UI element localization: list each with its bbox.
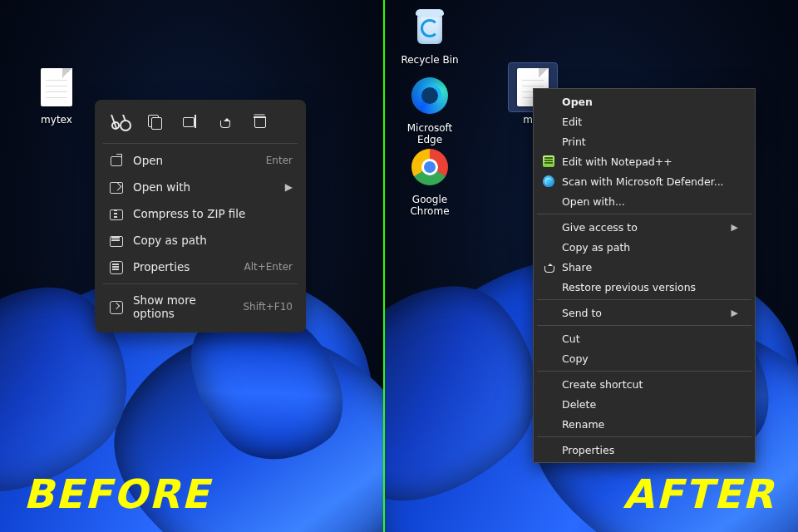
recycle-bin-label: Recycle Bin <box>397 55 463 66</box>
chrome-glyph <box>411 149 448 185</box>
recycle-bin-glyph <box>410 7 450 47</box>
menu-print[interactable]: Print <box>535 131 753 151</box>
menu-scan-defender[interactable]: Scan with Microsoft Defender... <box>535 171 753 191</box>
menu-item-label: Rename <box>562 418 738 431</box>
menu-item-label: Delete <box>562 398 738 411</box>
text-file-icon <box>41 68 72 106</box>
share-button[interactable] <box>213 110 236 133</box>
menu-separator <box>537 371 751 372</box>
chevron-right-icon: ▶ <box>732 308 738 318</box>
menu-properties-hint: Alt+Enter <box>244 261 293 273</box>
menu-open-hint: Enter <box>266 155 293 166</box>
menu-edit-notepadpp[interactable]: Edit with Notepad++ <box>535 151 753 171</box>
menu-open-label: Open <box>133 154 256 167</box>
menu-properties-label: Properties <box>133 260 234 273</box>
menu-share[interactable]: Share <box>535 257 753 277</box>
menu-send-to[interactable]: Send to▶ <box>535 303 753 323</box>
before-panel: mytex Open Enter Open with ▶ Compress to… <box>0 0 383 532</box>
menu-item-label: Create shortcut <box>562 378 738 391</box>
properties-icon <box>109 260 122 273</box>
menu-open-with[interactable]: Open with ▶ <box>100 174 301 200</box>
menu-edit[interactable]: Edit <box>535 111 753 131</box>
menu-item-label: Restore previous versions <box>562 281 738 293</box>
cut-button[interactable] <box>108 110 131 133</box>
menu-properties[interactable]: Properties <box>535 440 753 460</box>
rename-button[interactable] <box>178 110 201 133</box>
menu-separator <box>537 436 751 437</box>
menu-item-label: Cut <box>562 332 738 345</box>
edge-glyph <box>411 77 448 114</box>
menu-separator <box>537 299 751 300</box>
after-panel: Recycle Bin Microsoft Edge Google Chrome… <box>385 0 798 532</box>
menu-copy-as-path[interactable]: Copy as path <box>535 237 753 257</box>
menu-separator <box>103 143 298 144</box>
chrome-label: Google Chrome <box>397 195 463 218</box>
menu-item-label: Share <box>562 261 738 273</box>
after-label: AFTER <box>623 470 775 517</box>
menu-item-label: Copy as path <box>562 241 738 254</box>
menu-zip[interactable]: Compress to ZIP file <box>100 200 301 227</box>
menu-item-label: Copy <box>562 352 738 365</box>
cut-icon <box>113 115 126 128</box>
menu-show-more-label: Show more options <box>133 293 233 320</box>
open-with-icon <box>109 180 122 194</box>
classic-context-menu: Open Edit Print Edit with Notepad++ Scan… <box>533 88 756 463</box>
copy-button[interactable] <box>143 110 166 133</box>
recycle-bin-icon[interactable]: Recycle Bin <box>397 3 463 66</box>
menu-separator <box>537 325 751 326</box>
menu-separator <box>103 283 298 284</box>
menu-open-with[interactable]: Open with... <box>535 191 753 211</box>
menu-item-label: Open <box>562 96 738 108</box>
menu-open-with-label: Open with <box>133 180 275 194</box>
menu-item-label: Print <box>562 135 738 148</box>
chevron-right-icon: ▶ <box>732 222 738 233</box>
rename-icon <box>183 115 196 128</box>
menu-cut[interactable]: Cut <box>535 328 753 348</box>
menu-item-label: Send to <box>562 307 732 319</box>
menu-show-more-hint: Shift+F10 <box>243 301 293 313</box>
menu-item-label: Properties <box>562 444 738 456</box>
menu-separator <box>537 214 751 214</box>
menu-open[interactable]: Open <box>535 91 753 111</box>
file-icon-left[interactable]: mytex <box>23 63 90 126</box>
menu-delete[interactable]: Delete <box>535 394 753 414</box>
menu-item-label: Open with... <box>562 195 738 208</box>
more-icon <box>109 300 122 313</box>
delete-button[interactable] <box>248 110 271 133</box>
trash-icon <box>253 115 266 128</box>
menu-copy[interactable]: Copy <box>535 348 753 368</box>
chevron-right-icon: ▶ <box>285 181 293 193</box>
menu-restore-versions[interactable]: Restore previous versions <box>535 277 753 297</box>
menu-properties[interactable]: Properties Alt+Enter <box>100 254 301 280</box>
path-icon <box>109 234 122 247</box>
menu-copy-as-path[interactable]: Copy as path <box>100 227 301 254</box>
edge-icon[interactable]: Microsoft Edge <box>397 71 463 146</box>
open-icon <box>109 154 122 167</box>
menu-zip-label: Compress to ZIP file <box>133 207 293 220</box>
menu-copy-as-path-label: Copy as path <box>133 234 293 247</box>
menu-open[interactable]: Open Enter <box>100 147 301 174</box>
zip-icon <box>109 207 122 220</box>
share-icon <box>218 115 231 128</box>
notepadpp-icon <box>542 155 555 168</box>
before-label: BEFORE <box>23 470 210 517</box>
menu-item-label: Scan with Microsoft Defender... <box>562 175 738 188</box>
copy-icon <box>148 115 161 128</box>
share-icon <box>542 260 555 273</box>
win11-context-menu: Open Enter Open with ▶ Compress to ZIP f… <box>95 100 306 332</box>
menu-show-more[interactable]: Show more options Shift+F10 <box>100 288 301 326</box>
defender-icon <box>542 175 555 188</box>
menu-rename[interactable]: Rename <box>535 414 753 434</box>
menu-item-label: Edit <box>562 116 738 128</box>
chrome-icon[interactable]: Google Chrome <box>397 143 463 218</box>
menu-give-access[interactable]: Give access to▶ <box>535 217 753 237</box>
file-label: mytex <box>23 115 90 126</box>
menu-item-label: Give access to <box>562 221 732 234</box>
menu-item-label: Edit with Notepad++ <box>562 155 738 168</box>
menu-create-shortcut[interactable]: Create shortcut <box>535 374 753 394</box>
